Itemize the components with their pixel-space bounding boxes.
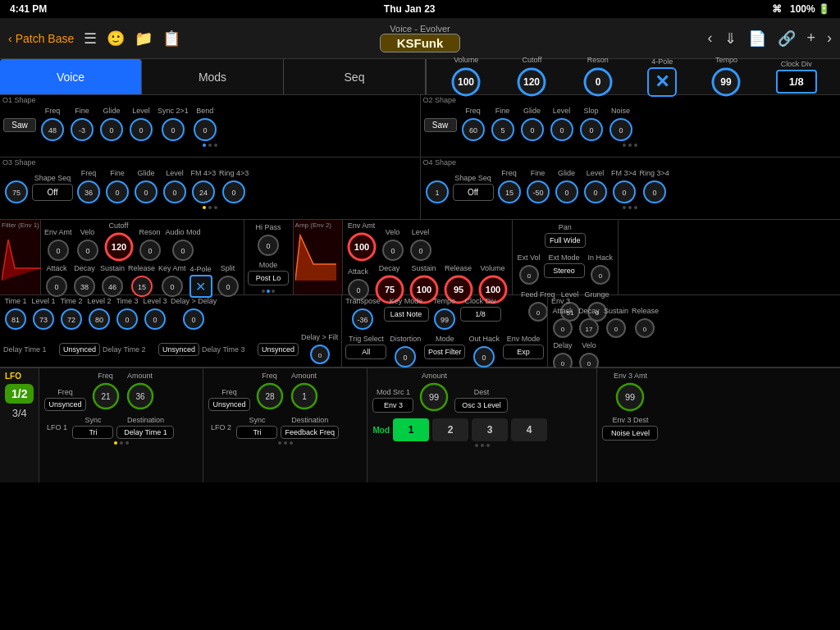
- prev-icon[interactable]: ‹: [708, 30, 713, 47]
- lfo-rate-2[interactable]: 3/4: [5, 407, 34, 419]
- mod-tab-2[interactable]: 2: [432, 418, 468, 441]
- lfo1-dest-val[interactable]: Delay Time 1: [116, 426, 174, 439]
- osc4-shape-val: sh 1: [424, 169, 450, 205]
- osc3-shape-val: sh 75: [3, 169, 30, 205]
- reson-knob[interactable]: 0: [582, 66, 614, 98]
- hipass-mode-section: Hi Pass 0 Mode Post Lo: [244, 220, 294, 294]
- ext-vol: Ext Vol 0: [518, 253, 541, 286]
- lfo2-dest: Destination Feedback Freq: [281, 416, 339, 439]
- tempo-knob[interactable]: 99: [710, 66, 742, 98]
- browse-icon[interactable]: ☰: [84, 30, 97, 48]
- lfo2-freq-val[interactable]: Unsynced: [208, 398, 249, 411]
- mod-tab-3[interactable]: 3: [472, 418, 508, 441]
- trig-select-val[interactable]: All: [345, 345, 386, 359]
- delay-time1-val[interactable]: Unsynced: [59, 343, 100, 356]
- svg-text:0: 0: [139, 126, 143, 135]
- tab-seq[interactable]: Seq: [284, 59, 426, 94]
- lfo1-freq: Freq Unsynced: [44, 388, 85, 411]
- svg-text:0: 0: [622, 189, 626, 197]
- folder-icon[interactable]: 📁: [135, 30, 153, 48]
- del-mode-val[interactable]: Post Filter: [424, 345, 465, 359]
- osc4-fm: FM 3>4 0: [611, 169, 637, 205]
- osc2-freq: Freq 60: [460, 107, 486, 143]
- fourpole-button[interactable]: ✕: [647, 67, 677, 97]
- lfo2-dest-val[interactable]: Feedback Freq: [281, 426, 339, 439]
- copy-icon[interactable]: 📋: [162, 30, 180, 48]
- filter-envelope-svg: [2, 231, 41, 287]
- svg-text:75: 75: [12, 189, 21, 197]
- mod-dest-val[interactable]: Osc 3 Level: [454, 398, 508, 413]
- svg-text:0: 0: [643, 326, 647, 333]
- svg-text:0: 0: [148, 247, 152, 255]
- upload-icon[interactable]: ⇓: [724, 30, 737, 48]
- pan-section: Pan Full Wide Ext Vol 0 Ext Mode Stereo …: [513, 220, 619, 294]
- lfo2-sync-val[interactable]: Tri: [236, 426, 277, 439]
- svg-text:0: 0: [56, 247, 60, 255]
- env3-amt: Env 3 Amt 99: [602, 372, 658, 413]
- filter-audiomod: Audio Mod 0: [166, 228, 201, 262]
- osc34-row: O3 Shape sh 75 Shape Seq Off Freq 36: [0, 158, 840, 220]
- osc3-shapeseq-val[interactable]: Off: [32, 184, 73, 201]
- filter-decay: Decay 38: [72, 264, 97, 299]
- env-mode-val[interactable]: Exp: [503, 345, 544, 359]
- lfo1-sync: Sync Tri: [72, 416, 113, 439]
- osc4-level: Level 0: [582, 169, 609, 205]
- osc4-shapeseq-val[interactable]: Off: [453, 184, 494, 201]
- svg-text:100: 100: [354, 242, 368, 252]
- mod-tab-1[interactable]: 1: [393, 418, 429, 441]
- delay-time3-val[interactable]: Unsynced: [258, 343, 299, 356]
- cutoff-knob[interactable]: 120: [515, 66, 548, 98]
- lfo1-sync-val[interactable]: Tri: [72, 426, 113, 439]
- tab-mods[interactable]: Mods: [142, 59, 284, 94]
- clockdiv-value[interactable]: 1/8: [776, 70, 817, 94]
- key-mode: Key Mode Last Note: [384, 297, 429, 331]
- del-filt: Delay > Filt 0: [301, 333, 338, 366]
- page-icon[interactable]: 📄: [748, 30, 766, 48]
- svg-text:0: 0: [619, 126, 623, 135]
- svg-text:0: 0: [232, 189, 236, 197]
- nav-right: ‹ ⇓ 📄 🔗 + ›: [557, 30, 832, 48]
- back-button[interactable]: ‹ Patch Base: [8, 32, 74, 45]
- svg-text:38: 38: [80, 283, 89, 291]
- ext-mode-val[interactable]: Stereo: [544, 263, 585, 278]
- volume-knob[interactable]: 100: [450, 66, 482, 98]
- next-icon[interactable]: ›: [827, 30, 832, 47]
- delay-time2-val[interactable]: Unsynced: [158, 343, 199, 356]
- mod-src1-val[interactable]: Env 3: [372, 398, 413, 413]
- in-hack: In Hack 0: [588, 253, 614, 286]
- osc1-sync: Sync 2>1 0: [158, 107, 189, 143]
- env3-section: Env 3 Attack 0 Decay 17 Sustain 0: [548, 295, 662, 367]
- svg-text:0: 0: [144, 189, 148, 197]
- add-icon[interactable]: +: [807, 30, 816, 47]
- key-mode-val[interactable]: Last Note: [384, 307, 429, 322]
- filter-mode-val[interactable]: Post Lo: [248, 271, 289, 285]
- lfo-rate-1[interactable]: 1/2: [5, 384, 34, 404]
- env3-dest-val[interactable]: Noise Level: [602, 426, 658, 441]
- osc1-shape[interactable]: Saw: [3, 118, 36, 132]
- svg-text:0: 0: [172, 189, 176, 197]
- osc1-section: O1 Shape Saw Freq 48 Fine -3 Glide 0: [0, 95, 421, 157]
- out-hack: Out Hack 0: [468, 335, 500, 369]
- clockdiv-2-val[interactable]: 1/8: [460, 307, 501, 322]
- lfo1-freqknob: Freq 21: [91, 372, 121, 411]
- hipass-knob: Hi Pass 0: [256, 223, 281, 258]
- del-level3: Level 3 0: [143, 297, 167, 331]
- svg-text:0: 0: [527, 272, 531, 280]
- osc2-shape[interactable]: Saw: [424, 118, 457, 132]
- patch-title[interactable]: KSFunk: [380, 34, 461, 52]
- smiley-icon[interactable]: 🙂: [107, 30, 125, 48]
- osc2-glide: Glide 0: [519, 107, 546, 143]
- lfo1-freq-val[interactable]: Unsynced: [44, 398, 85, 411]
- tab-voice[interactable]: Voice: [0, 59, 142, 94]
- nav-left: ‹ Patch Base ☰ 🙂 📁 📋: [8, 30, 283, 48]
- svg-text:0: 0: [115, 189, 119, 197]
- amp-level: Level 0: [409, 228, 433, 262]
- mod-tab-4[interactable]: 4: [511, 418, 547, 441]
- pan-value[interactable]: Full Wide: [545, 233, 586, 248]
- svg-text:99: 99: [429, 392, 439, 402]
- delay-time2-label: Delay Time 2: [103, 345, 156, 354]
- svg-text:0: 0: [559, 126, 564, 135]
- share-icon[interactable]: 🔗: [778, 30, 796, 48]
- filter-4pole-btn[interactable]: ✕: [189, 275, 212, 298]
- osc1-bend: Bend 0: [192, 107, 218, 143]
